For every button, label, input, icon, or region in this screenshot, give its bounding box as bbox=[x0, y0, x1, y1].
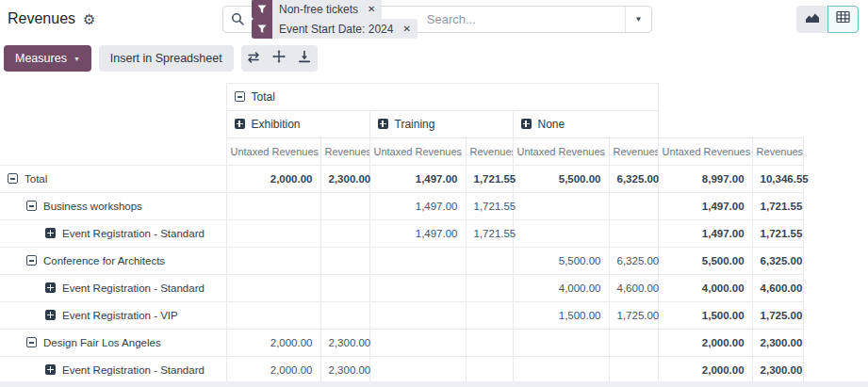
pivot-cell[interactable]: 6,325.00 bbox=[752, 248, 803, 275]
expand-icon bbox=[45, 228, 56, 238]
pivot-cell[interactable]: 4,600.00 bbox=[609, 275, 658, 302]
pivot-row-header[interactable]: Design Fair Los Angeles bbox=[0, 330, 226, 357]
pivot-cell[interactable]: 1,721.55 bbox=[466, 193, 513, 220]
pivot-cell bbox=[513, 193, 609, 220]
flip-axis-button[interactable] bbox=[241, 45, 267, 72]
pivot-cell[interactable]: 1,497.00 bbox=[658, 220, 752, 248]
pivot-header-spacer bbox=[658, 111, 803, 138]
pivot-cell[interactable]: 2,000.00 bbox=[226, 330, 320, 357]
pivot-cell[interactable]: 6,325.00 bbox=[609, 166, 658, 193]
pivot-cell[interactable]: 1,497.00 bbox=[369, 220, 466, 248]
pivot-cell bbox=[369, 275, 466, 302]
search-bar: Non-free tickets✕Event Start Date: 2024✕… bbox=[222, 6, 652, 33]
pivot-row: Event Registration - Standard4,000.004,6… bbox=[0, 275, 803, 302]
pivot-cell[interactable]: 1,721.55 bbox=[466, 166, 513, 193]
insert-in-spreadsheet-button[interactable]: Insert in Spreadsheet bbox=[99, 45, 234, 72]
pivot-cell[interactable]: 2,000.00 bbox=[658, 330, 752, 357]
pivot-toolbar: Measures ▼ Insert in Spreadsheet bbox=[0, 38, 868, 72]
pivot-cell[interactable]: 4,000.00 bbox=[658, 275, 752, 302]
pivot-col-group-header[interactable]: None bbox=[513, 111, 658, 138]
collapse-icon bbox=[8, 173, 18, 184]
pivot-cell[interactable]: 4,600.00 bbox=[752, 275, 803, 302]
pivot-cell[interactable]: 2,300.00 bbox=[752, 357, 803, 384]
pivot-cell bbox=[609, 330, 658, 357]
control-panel: Revenues ⚙ Non-free tickets✕Event Start … bbox=[0, 0, 868, 38]
pivot-view-button[interactable] bbox=[827, 6, 859, 33]
pivot-table: TotalExhibitionTrainingNoneUntaxed Reven… bbox=[0, 83, 804, 384]
pivot-col-total-header[interactable]: Total bbox=[226, 84, 658, 111]
pivot-cell[interactable]: 1,497.00 bbox=[658, 193, 752, 220]
measure-header[interactable]: Revenues bbox=[320, 138, 369, 166]
gear-icon[interactable]: ⚙ bbox=[83, 12, 95, 26]
pivot-cell[interactable]: 1,500.00 bbox=[658, 302, 752, 330]
facet-remove-button[interactable]: ✕ bbox=[400, 19, 417, 39]
pivot-cell[interactable]: 10,346.55 bbox=[752, 166, 803, 193]
expand-icon bbox=[378, 119, 388, 129]
view-switcher bbox=[796, 6, 859, 33]
pivot-row: Business workshops1,497.001,721.551,497.… bbox=[0, 193, 803, 220]
pivot-cell[interactable]: 1,721.55 bbox=[466, 220, 513, 248]
pivot-row: Event Registration - VIP1,500.001,725.00… bbox=[0, 302, 803, 330]
pivot-cell[interactable]: 1,721.55 bbox=[752, 220, 803, 248]
download-xlsx-button[interactable] bbox=[292, 45, 318, 72]
expand-icon bbox=[45, 364, 56, 375]
pivot-cell[interactable]: 2,000.00 bbox=[658, 357, 752, 384]
pivot-cell[interactable]: 6,325.00 bbox=[609, 248, 658, 275]
measure-header[interactable]: Revenues bbox=[609, 138, 658, 166]
pivot-row-header[interactable]: Event Registration - Standard bbox=[0, 275, 226, 302]
measure-header[interactable]: Revenues bbox=[466, 138, 513, 166]
expand-all-button[interactable] bbox=[267, 45, 292, 72]
pivot-cell[interactable]: 2,300.00 bbox=[320, 166, 369, 193]
pivot-row: Conference for Architects5,500.006,325.0… bbox=[0, 248, 803, 275]
move-arrows-icon bbox=[272, 50, 286, 67]
measures-button[interactable]: Measures ▼ bbox=[4, 45, 91, 72]
pivot-corner bbox=[0, 84, 226, 111]
pivot-cell[interactable]: 1,500.00 bbox=[513, 302, 609, 330]
pivot-row-header[interactable]: Event Registration - Standard bbox=[0, 220, 226, 248]
pivot-corner bbox=[0, 138, 226, 166]
measure-header[interactable]: Untaxed Revenues bbox=[658, 138, 752, 166]
search-facet: Event Start Date: 2024✕ bbox=[252, 19, 418, 39]
pivot-cell[interactable]: 5,500.00 bbox=[513, 248, 609, 275]
measure-header[interactable]: Untaxed Revenues bbox=[226, 138, 320, 166]
pivot-cell[interactable]: 5,500.00 bbox=[658, 248, 752, 275]
facet-remove-button[interactable]: ✕ bbox=[365, 0, 382, 19]
pivot-cell[interactable]: 1,721.55 bbox=[752, 193, 803, 220]
pivot-cell bbox=[609, 220, 658, 248]
collapse-icon bbox=[235, 91, 245, 102]
pivot-cell[interactable]: 1,725.00 bbox=[609, 302, 658, 330]
expand-icon bbox=[45, 282, 56, 293]
pivot-cell[interactable]: 2,300.00 bbox=[320, 357, 369, 384]
pivot-cell[interactable]: 5,500.00 bbox=[513, 166, 609, 193]
measure-header[interactable]: Revenues bbox=[752, 138, 803, 166]
pivot-cell[interactable]: 1,497.00 bbox=[369, 193, 466, 220]
pivot-cell[interactable]: 2,000.00 bbox=[226, 166, 320, 193]
graph-view-button[interactable] bbox=[796, 6, 827, 33]
pivot-row-header[interactable]: Conference for Architects bbox=[0, 248, 226, 275]
pivot-cell[interactable]: 2,000.00 bbox=[226, 357, 320, 384]
pivot-row-header[interactable]: Event Registration - Standard bbox=[0, 357, 226, 384]
measure-header[interactable]: Untaxed Revenues bbox=[369, 138, 466, 166]
pivot-cell[interactable]: 2,300.00 bbox=[752, 330, 803, 357]
download-icon bbox=[298, 50, 311, 67]
measure-header[interactable]: Untaxed Revenues bbox=[513, 138, 609, 166]
pivot-cell[interactable]: 1,497.00 bbox=[369, 166, 466, 193]
pivot-cell[interactable]: 4,000.00 bbox=[513, 275, 609, 302]
search-input[interactable] bbox=[425, 11, 625, 27]
pivot-row-header[interactable]: Event Registration - VIP bbox=[0, 302, 226, 330]
chevron-down-icon: ▼ bbox=[74, 56, 80, 62]
expand-icon bbox=[45, 310, 56, 320]
pivot-cell bbox=[226, 302, 320, 330]
pivot-row-header[interactable]: Total bbox=[0, 166, 226, 193]
pivot-corner bbox=[0, 111, 226, 138]
pivot-cell[interactable]: 2,300.00 bbox=[320, 330, 369, 357]
pivot-cell bbox=[320, 220, 369, 248]
search-facets: Non-free tickets✕Event Start Date: 2024✕ bbox=[252, 0, 425, 39]
pivot-col-group-header[interactable]: Exhibition bbox=[226, 111, 369, 138]
pivot-col-group-header[interactable]: Training bbox=[369, 111, 513, 138]
pivot-row-header[interactable]: Business workshops bbox=[0, 193, 226, 220]
measures-button-label: Measures bbox=[15, 52, 67, 65]
search-options-toggle[interactable]: ▼ bbox=[625, 7, 651, 32]
pivot-cell[interactable]: 1,725.00 bbox=[752, 302, 803, 330]
pivot-cell[interactable]: 8,997.00 bbox=[658, 166, 752, 193]
